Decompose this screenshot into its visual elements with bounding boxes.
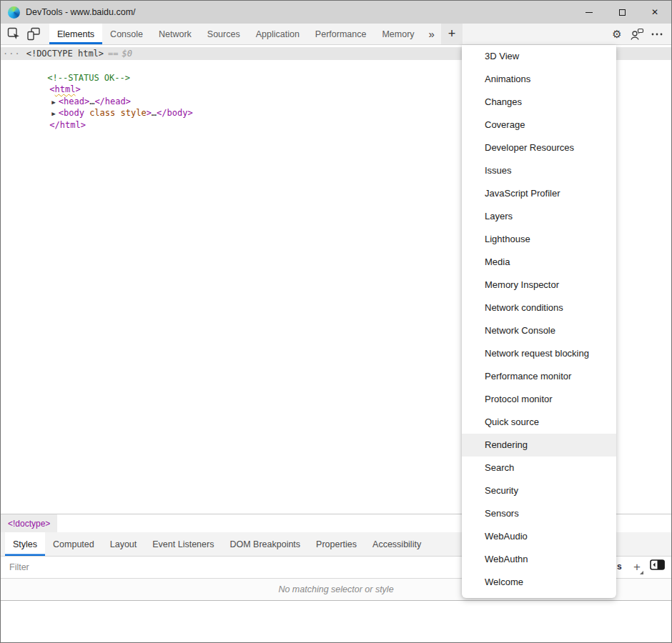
computed-sidebar-toggle-button[interactable] (650, 559, 665, 570)
panel-tabs: Elements Console Network Sources Applica… (49, 24, 423, 44)
menu-item-network-conditions[interactable]: Network conditions (462, 296, 616, 319)
filter-input[interactable] (9, 560, 224, 574)
menu-item-javascript-profiler[interactable]: JavaScript Profiler (462, 182, 616, 205)
expand-arrow-icon[interactable]: ▶ (51, 99, 55, 106)
maximize-button[interactable] (606, 1, 638, 24)
device-emulation-button[interactable] (24, 24, 44, 44)
title-bar: DevTools - www.baidu.com/ ✕ (1, 1, 671, 24)
menu-item-animations[interactable]: Animations (462, 68, 616, 91)
minimize-icon (585, 12, 593, 13)
window-title: DevTools - www.baidu.com/ (26, 7, 136, 17)
tab-computed[interactable]: Computed (45, 532, 102, 556)
menu-item-rendering[interactable]: Rendering (462, 434, 616, 457)
tab-accessibility[interactable]: Accessibility (365, 532, 429, 556)
expand-arrow-icon[interactable]: ▶ (51, 110, 55, 117)
html-gt: > (76, 84, 81, 94)
tab-layout[interactable]: Layout (102, 532, 145, 556)
tab-performance[interactable]: Performance (307, 24, 375, 44)
three-dots-icon (651, 33, 663, 36)
gear-icon: ⚙ (612, 28, 621, 41)
tab-dom-breakpoints[interactable]: DOM Breakpoints (222, 532, 308, 556)
tab-application[interactable]: Application (248, 24, 307, 44)
comment-text: <!--STATUS OK--> (47, 73, 130, 83)
html-close-tag: </html> (49, 120, 86, 130)
devtools-window: DevTools - www.baidu.com/ ✕ Elements Con… (0, 0, 672, 643)
tab-memory[interactable]: Memory (374, 24, 422, 44)
maximize-icon (619, 9, 626, 16)
more-tools-button[interactable]: + (441, 24, 463, 44)
minimize-button[interactable] (573, 1, 606, 24)
menu-item-memory-inspector[interactable]: Memory Inspector (462, 274, 616, 296)
more-tools-menu: 3D View Animations Changes Coverage Deve… (462, 45, 616, 598)
head-close-tag: </head> (94, 96, 131, 106)
body-gt: > (147, 108, 152, 118)
feedback-person-icon (630, 28, 644, 41)
doctype-text: <!DOCTYPE html> (26, 47, 104, 60)
body-style-attr: style (115, 108, 146, 118)
more-tabs-chevron[interactable]: » (423, 24, 441, 44)
menu-item-developer-resources[interactable]: Developer Resources (462, 136, 616, 159)
overflow-dots: ··· (3, 47, 21, 60)
head-open-tag: <head> (59, 96, 89, 106)
dock-panel-icon (650, 559, 665, 570)
dropdown-corner-icon (640, 571, 643, 574)
menu-item-layers[interactable]: Layers (462, 205, 616, 228)
breadcrumb-doctype[interactable]: <!doctype> (1, 514, 57, 532)
menu-item-coverage[interactable]: Coverage (462, 114, 616, 136)
toolbar-right-icons: ⚙ (607, 24, 667, 45)
tab-event-listeners[interactable]: Event Listeners (144, 532, 222, 556)
menu-item-webauthn[interactable]: WebAuthn (462, 548, 616, 571)
menu-item-webaudio[interactable]: WebAudio (462, 525, 616, 548)
menu-item-3d-view[interactable]: 3D View (462, 45, 616, 68)
tab-properties[interactable]: Properties (308, 532, 365, 556)
menu-item-lighthouse[interactable]: Lighthouse (462, 228, 616, 251)
tab-console[interactable]: Console (102, 24, 151, 44)
window-controls: ✕ (573, 1, 671, 24)
tab-network[interactable]: Network (151, 24, 199, 44)
dollar-zero-ref: $0 (122, 47, 132, 60)
devtools-toolbar: Elements Console Network Sources Applica… (1, 24, 671, 45)
menu-item-quick-source[interactable]: Quick source (462, 411, 616, 434)
equals-sign: == (108, 47, 118, 60)
body-class-attr: class (84, 108, 115, 118)
inspect-cursor-icon (7, 27, 21, 41)
body-close-tag: </body> (157, 108, 193, 118)
menu-item-welcome[interactable]: Welcome (462, 571, 616, 594)
menu-item-media[interactable]: Media (462, 251, 616, 274)
menu-item-performance-monitor[interactable]: Performance monitor (462, 365, 616, 388)
tab-sources[interactable]: Sources (199, 24, 248, 44)
html-lt: < (49, 84, 54, 94)
menu-item-issues[interactable]: Issues (462, 159, 616, 182)
menu-item-network-request-blocking[interactable]: Network request blocking (462, 342, 616, 365)
menu-item-search[interactable]: Search (462, 457, 616, 479)
bottom-spacer (1, 601, 671, 643)
tab-elements[interactable]: Elements (49, 24, 102, 44)
settings-button[interactable]: ⚙ (607, 24, 627, 45)
menu-item-security[interactable]: Security (462, 479, 616, 502)
send-feedback-button[interactable] (627, 24, 647, 45)
body-ellipsis: … (152, 108, 157, 118)
menu-item-sensors[interactable]: Sensors (462, 502, 616, 525)
close-icon: ✕ (651, 7, 658, 17)
inspect-element-button[interactable] (4, 24, 24, 44)
more-options-button[interactable] (647, 24, 667, 45)
body-open-tag: <body (59, 108, 84, 118)
html-tag-name: html (55, 84, 76, 94)
new-style-rule-button[interactable]: + (628, 557, 646, 578)
tab-styles[interactable]: Styles (5, 532, 45, 556)
menu-item-protocol-monitor[interactable]: Protocol monitor (462, 388, 616, 411)
edge-logo-icon (8, 6, 20, 19)
menu-item-network-console[interactable]: Network Console (462, 319, 616, 342)
close-button[interactable]: ✕ (638, 1, 671, 24)
cls-button-partial[interactable]: s (617, 562, 622, 572)
menu-item-changes[interactable]: Changes (462, 91, 616, 114)
device-toolbar-icon (26, 27, 41, 41)
